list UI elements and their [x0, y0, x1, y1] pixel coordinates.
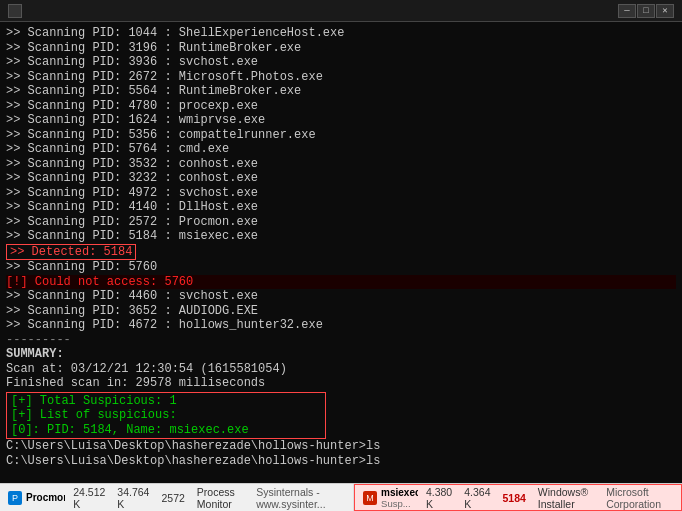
- msiexec-col-2: 5184: [499, 492, 530, 504]
- msiexec-col-1: 4.364 K: [460, 486, 494, 510]
- msiexec-col-4: Microsoft Corporation: [602, 486, 673, 510]
- msiexec-icon: M: [363, 491, 377, 505]
- msiexec-status: Susp...: [381, 498, 418, 509]
- detected-badge: >> Detected: 5184: [6, 244, 136, 261]
- minimize-button[interactable]: —: [618, 4, 636, 18]
- taskbar-item-procmon[interactable]: PProcmon.exe24.512 K34.764 K2572Process …: [0, 484, 354, 511]
- procmon-col-0: 24.512 K: [69, 486, 109, 510]
- terminal-line: >> Scanning PID: 3532 : conhost.exe: [6, 157, 676, 172]
- terminal-line: >> Scanning PID: 5764 : cmd.exe: [6, 142, 676, 157]
- terminal-line: >> Scanning PID: 2672 : Microsoft.Photos…: [6, 70, 676, 85]
- terminal: >> Scanning PID: 1044 : ShellExperienceH…: [0, 22, 682, 483]
- taskbar-item-msiexec[interactable]: Mmsiexec.exeSusp...4.380 K4.364 K5184Win…: [354, 484, 682, 511]
- terminal-line: >> Scanning PID: 4460 : svchost.exe: [6, 289, 676, 304]
- terminal-line: Scan at: 03/12/21 12:30:54 (1615581054): [6, 362, 676, 377]
- procmon-col-3: Process Monitor: [193, 486, 248, 510]
- terminal-line: >> Scanning PID: 4780 : procexp.exe: [6, 99, 676, 114]
- terminal-line: >> Scanning PID: 1624 : wmiprvse.exe: [6, 113, 676, 128]
- terminal-line: SUMMARY:: [6, 347, 676, 362]
- terminal-line: >> Scanning PID: 5356 : compattelrunner.…: [6, 128, 676, 143]
- terminal-line: >> Scanning PID: 4672 : hollows_hunter32…: [6, 318, 676, 333]
- procmon-icon: P: [8, 491, 22, 505]
- terminal-line: >> Scanning PID: 3232 : conhost.exe: [6, 171, 676, 186]
- terminal-line: >> Scanning PID: 3652 : AUDIODG.EXE: [6, 304, 676, 319]
- title-bar: — □ ✕: [0, 0, 682, 22]
- terminal-line: >> Scanning PID: 4140 : DllHost.exe: [6, 200, 676, 215]
- title-bar-icon: [8, 4, 22, 18]
- title-bar-controls[interactable]: — □ ✕: [618, 4, 674, 18]
- msiexec-info: msiexec.exeSusp...: [381, 487, 418, 509]
- summary-box: [+] Total Suspicious: 1[+] List of suspi…: [6, 392, 326, 440]
- terminal-line: C:\Users\Luisa\Desktop\hasherezade\hollo…: [6, 454, 676, 469]
- taskbar: PProcmon.exe24.512 K34.764 K2572Process …: [0, 483, 682, 511]
- procmon-col-4: Sysinternals - www.sysinter...: [252, 486, 345, 510]
- terminal-line: >> Scanning PID: 4972 : svchost.exe: [6, 186, 676, 201]
- summary-box-line: [0]: PID: 5184, Name: msiexec.exe: [11, 423, 321, 438]
- summary-box-line: [+] Total Suspicious: 1: [11, 394, 321, 409]
- procmon-col-2: 2572: [157, 492, 188, 504]
- terminal-line: >> Scanning PID: 2572 : Procmon.exe: [6, 215, 676, 230]
- msiexec-name: msiexec.exe: [381, 487, 418, 498]
- terminal-line: >> Detected: 5184: [6, 244, 676, 261]
- terminal-line: [!] Could not access: 5760: [6, 275, 676, 290]
- procmon-col-1: 34.764 K: [113, 486, 153, 510]
- terminal-line: C:\Users\Luisa\Desktop\hasherezade\hollo…: [6, 439, 676, 454]
- terminal-line: >> Scanning PID: 3196 : RuntimeBroker.ex…: [6, 41, 676, 56]
- terminal-line: >> Scanning PID: 5760: [6, 260, 676, 275]
- close-button[interactable]: ✕: [656, 4, 674, 18]
- terminal-line: >> Scanning PID: 1044 : ShellExperienceH…: [6, 26, 676, 41]
- terminal-line: >> Scanning PID: 5564 : RuntimeBroker.ex…: [6, 84, 676, 99]
- msiexec-col-0: 4.380 K: [422, 486, 456, 510]
- msiexec-col-3: Windows® Installer: [534, 486, 598, 510]
- summary-box-line: [+] List of suspicious:: [11, 408, 321, 423]
- procmon-name: Procmon.exe: [26, 492, 65, 503]
- terminal-line: >> Scanning PID: 3936 : svchost.exe: [6, 55, 676, 70]
- procmon-info: Procmon.exe: [26, 492, 65, 503]
- maximize-button[interactable]: □: [637, 4, 655, 18]
- terminal-line: >> Scanning PID: 5184 : msiexec.exe: [6, 229, 676, 244]
- terminal-line: Finished scan in: 29578 milliseconds: [6, 376, 676, 391]
- terminal-line: ---------: [6, 333, 676, 348]
